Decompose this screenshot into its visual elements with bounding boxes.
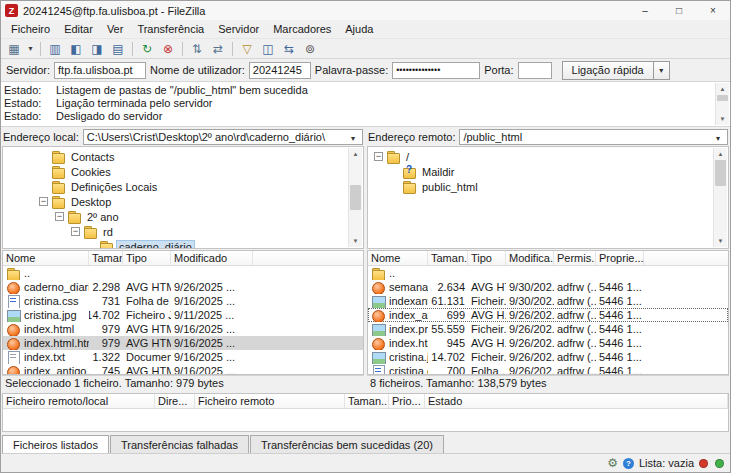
css-icon bbox=[6, 295, 21, 308]
cancel-button[interactable]: ⊗ bbox=[158, 40, 178, 58]
menu-item[interactable]: Marcadores bbox=[266, 22, 338, 36]
folder-icon bbox=[402, 180, 417, 193]
menu-item[interactable]: Ajuda bbox=[338, 22, 380, 36]
scroll-down-icon[interactable] bbox=[716, 113, 729, 125]
help-icon[interactable]: ? bbox=[623, 458, 634, 469]
scroll-up-icon[interactable] bbox=[716, 83, 729, 95]
file-row[interactable]: semana01.ht... 2.634 AVG HT... 9/30/202.… bbox=[368, 280, 728, 294]
tree-item[interactable]: Definições Locais bbox=[5, 179, 347, 194]
reconnect-button[interactable]: ⇄ bbox=[208, 40, 228, 58]
column-header[interactable]: Proprie... bbox=[596, 251, 644, 265]
queue-column-header[interactable]: Ficheiro remoto bbox=[195, 394, 345, 408]
tree-item[interactable]: Contacts bbox=[5, 149, 347, 164]
maximize-button[interactable]: □ bbox=[662, 1, 696, 20]
tree-item[interactable]: public_html bbox=[370, 179, 712, 194]
server-input[interactable]: ftp.fa.ulisboa.pt bbox=[54, 62, 146, 79]
disconnect-button[interactable]: ⇅ bbox=[187, 40, 207, 58]
txt-icon bbox=[6, 351, 21, 364]
queue-column-header[interactable]: Estado bbox=[425, 394, 728, 408]
html-icon bbox=[371, 281, 386, 294]
menu-bar: FicheiroEditarVerTransferênciaServidorMa… bbox=[1, 20, 730, 38]
file-row[interactable]: index.html.html 979 AVG HTML ... 9/16/20… bbox=[3, 336, 363, 350]
directory-comparison-button[interactable]: ◫ bbox=[258, 40, 278, 58]
scroll-down-icon[interactable] bbox=[714, 235, 727, 247]
quickconnect-dropdown[interactable] bbox=[654, 61, 670, 80]
file-row[interactable]: caderno_diario.... 2.298 AVG HTML ... 9/… bbox=[3, 280, 363, 294]
menu-item[interactable]: Transferência bbox=[130, 22, 211, 36]
local-tree-scrollbar[interactable] bbox=[348, 148, 362, 247]
queue-column-header[interactable]: Prio... bbox=[389, 394, 425, 408]
menu-item[interactable]: Ver bbox=[100, 22, 131, 36]
queue-tab[interactable]: Ficheiros listados bbox=[2, 435, 109, 453]
queue-tab[interactable]: Transferências bem sucedidas (20) bbox=[250, 435, 444, 453]
refresh-button[interactable]: ↻ bbox=[137, 40, 157, 58]
toggle-local-tree-button[interactable]: ◧ bbox=[66, 40, 86, 58]
log-entry: Estado: Ligação terminada pelo servidor bbox=[4, 97, 712, 110]
username-input[interactable]: 20241245 bbox=[249, 62, 311, 79]
password-input[interactable]: •••••••••••••• bbox=[392, 62, 480, 79]
queue-column-header[interactable]: Ficheiro remoto/local bbox=[3, 394, 155, 408]
remote-address-combo[interactable]: /public_html bbox=[459, 129, 728, 145]
file-row[interactable]: index.txt 1.322 Documento... 9/16/2025 .… bbox=[3, 350, 363, 364]
column-header[interactable]: Tipo bbox=[468, 251, 506, 265]
file-row[interactable]: cristina.jpg 14.702 Ficheir... 9/26/202.… bbox=[368, 350, 728, 364]
file-row[interactable]: indexantigo.... 61.131 Ficheir... 9/30/2… bbox=[368, 294, 728, 308]
img-icon bbox=[371, 351, 386, 364]
scroll-up-icon[interactable] bbox=[714, 148, 727, 160]
column-header[interactable]: Nome bbox=[368, 251, 428, 265]
tree-item[interactable]: − / bbox=[370, 149, 712, 164]
scroll-up-icon[interactable] bbox=[349, 148, 362, 160]
activity-indicator-red-icon bbox=[699, 459, 708, 468]
port-input[interactable] bbox=[518, 62, 552, 79]
queue-column-header[interactable]: Dire... bbox=[155, 394, 195, 408]
gear-icon[interactable]: ⚙ bbox=[607, 457, 618, 469]
site-manager-button[interactable]: ▦ bbox=[4, 40, 24, 58]
quickconnect-button[interactable]: Ligação rápida bbox=[562, 61, 654, 80]
filter-button[interactable]: ▽ bbox=[237, 40, 257, 58]
log-scrollbar[interactable] bbox=[715, 83, 729, 125]
site-manager-dropdown[interactable]: ▾ bbox=[25, 40, 36, 58]
file-row[interactable]: cristina.css 731 Folha de Est... 9/16/20… bbox=[3, 294, 363, 308]
tree-item[interactable]: Cookies bbox=[5, 164, 347, 179]
file-row[interactable]: index_antigo.ht... 745 AVG HTML ... 9/16… bbox=[3, 364, 363, 374]
file-row[interactable]: cristina.jpg 14.702 Ficheiro JPG 9/11/20… bbox=[3, 308, 363, 322]
file-row[interactable]: index_antigo.... 699 AVG H... 9/26/202..… bbox=[368, 308, 728, 322]
column-header[interactable]: Modifica... bbox=[506, 251, 554, 265]
column-header[interactable]: Permis... bbox=[554, 251, 596, 265]
scroll-down-icon[interactable] bbox=[349, 235, 362, 247]
file-row[interactable]: index.html 945 AVG H... 9/26/202... adfr… bbox=[368, 336, 728, 350]
tree-item[interactable]: caderno_diário bbox=[5, 239, 347, 249]
file-row[interactable]: .. bbox=[368, 266, 728, 280]
column-header[interactable]: Taman... bbox=[89, 251, 123, 265]
tree-item[interactable]: − rd bbox=[5, 224, 347, 239]
local-address-combo[interactable]: C:\Users\Crist\Desktop\2º ano\rd\caderno… bbox=[83, 129, 363, 145]
menu-item[interactable]: Editar bbox=[57, 22, 100, 36]
chevron-down-icon[interactable] bbox=[712, 131, 724, 143]
minimize-button[interactable]: – bbox=[628, 1, 662, 20]
close-button[interactable]: × bbox=[696, 1, 730, 20]
file-row[interactable]: index.png 55.559 Ficheir... 9/26/202... … bbox=[368, 322, 728, 336]
queue-column-header[interactable]: Taman... bbox=[345, 394, 389, 408]
queue-tab[interactable]: Transferências falhadas bbox=[110, 435, 249, 453]
tree-item[interactable]: Maildir bbox=[370, 164, 712, 179]
toggle-remote-tree-button[interactable]: ◨ bbox=[87, 40, 107, 58]
file-row[interactable]: index.html 979 AVG HTML ... 9/16/2025 ..… bbox=[3, 322, 363, 336]
toggle-queue-button[interactable]: ▤ bbox=[108, 40, 128, 58]
queue-body bbox=[2, 409, 729, 432]
tree-item[interactable]: − 2º ano bbox=[5, 209, 347, 224]
chevron-down-icon[interactable] bbox=[347, 131, 359, 143]
column-header[interactable]: Taman... bbox=[428, 251, 468, 265]
column-header[interactable]: Nome bbox=[3, 251, 89, 265]
column-header[interactable]: Tipo bbox=[123, 251, 171, 265]
folder-up-icon bbox=[6, 267, 21, 280]
menu-item[interactable]: Servidor bbox=[211, 22, 266, 36]
remote-tree-scrollbar[interactable] bbox=[713, 148, 727, 247]
menu-item[interactable]: Ficheiro bbox=[4, 22, 57, 36]
file-row[interactable]: cristina.css 700 Folha ... 9/26/202... a… bbox=[368, 364, 728, 374]
synchronized-browsing-button[interactable]: ⇆ bbox=[279, 40, 299, 58]
tree-item[interactable]: − Desktop bbox=[5, 194, 347, 209]
file-row[interactable]: .. bbox=[3, 266, 363, 280]
column-header[interactable]: Modificado bbox=[171, 251, 253, 265]
find-files-button[interactable]: ⊚ bbox=[300, 40, 320, 58]
toggle-message-log-button[interactable]: ▥ bbox=[45, 40, 65, 58]
